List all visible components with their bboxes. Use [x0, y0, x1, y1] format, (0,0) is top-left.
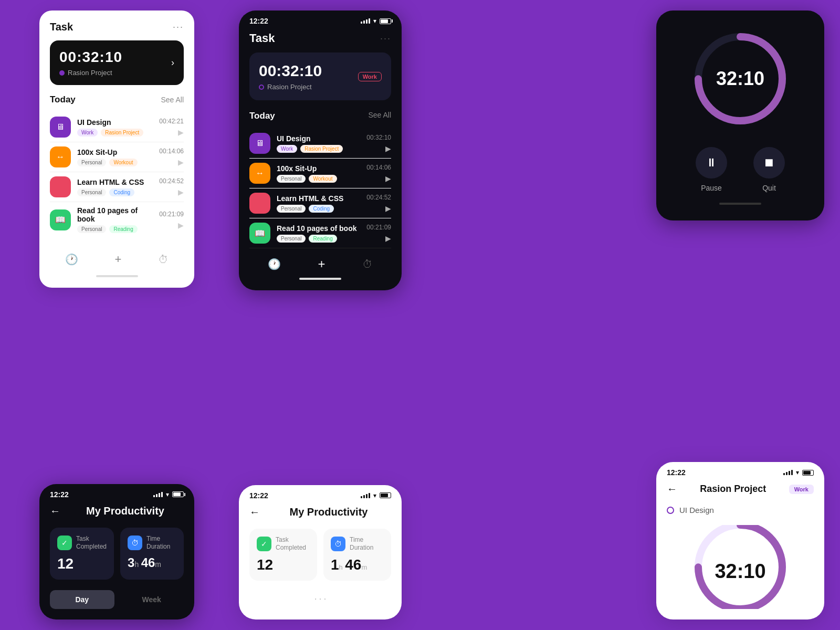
task-play-button[interactable]: ▶ — [159, 188, 184, 196]
panel5-time-hours: 1 — [331, 556, 339, 573]
panel6-wifi-icon: ▾ — [796, 469, 799, 476]
panel4-time-hours: 3 — [128, 555, 134, 570]
panel2-wifi-icon: ▾ — [373, 17, 376, 25]
panel1-menu-dots[interactable]: ··· — [173, 22, 184, 33]
task-tags: PersonalWorkout — [277, 175, 360, 183]
task-tag: Personal — [277, 205, 306, 213]
panel2-status-icons: ▾ — [361, 17, 391, 25]
task-time: 00:32:10 — [366, 134, 391, 141]
panel2-nav-clock-icon[interactable]: 🕐 — [268, 258, 281, 270]
panel4-day-button[interactable]: Day — [50, 590, 114, 609]
task-play-button[interactable]: ▶ — [159, 221, 184, 229]
task-tags: PersonalWorkout — [77, 159, 153, 166]
task-name: Read 10 pages of book — [77, 206, 153, 223]
task-time: 00:24:52 — [366, 194, 391, 201]
panel1-chevron-icon[interactable]: › — [171, 57, 174, 68]
panel2-see-all[interactable]: See All — [368, 111, 391, 121]
panel1-task-list: 🖥 UI Design WorkRasion Project 00:42:21 … — [50, 112, 184, 237]
task-name: Learn HTML & CSS — [77, 178, 153, 186]
panel4-status-bar: 12:22 ▾ — [39, 484, 194, 502]
panel6-task-circle-icon — [667, 507, 674, 514]
panel4-back-button[interactable]: ← — [50, 505, 60, 517]
task-info: Read 10 pages of book PersonalReading — [277, 224, 360, 243]
panel6-task-name: UI Design — [679, 506, 714, 514]
panel6-battery-fill — [803, 471, 811, 475]
panel6-back-button[interactable]: ← — [667, 483, 677, 495]
task-tags: WorkRasion Project — [277, 145, 360, 153]
panel2-timer-card[interactable]: 00:32:10 Rasion Project Work — [249, 52, 391, 100]
panel3-quit-button[interactable]: ⏹ — [753, 147, 785, 178]
task-tag: Coding — [109, 188, 134, 196]
panel3-quit-label: Quit — [762, 184, 776, 192]
panel4-week-button[interactable]: Week — [120, 590, 184, 609]
task-icon: 📖 — [50, 209, 71, 230]
task-icon: ↔ — [50, 146, 71, 167]
task-play-button[interactable]: ▶ — [159, 128, 184, 136]
task-time: 00:21:09 — [366, 224, 391, 231]
panel2-menu-dots[interactable]: ··· — [380, 33, 391, 44]
panel4-h-unit: h — [134, 560, 139, 569]
panel2-scroll-indicator — [299, 278, 341, 280]
panel-timer-dark: 32:10 ⏸ Pause ⏹ Quit — [656, 10, 824, 220]
panel4-status-time: 12:22 — [50, 490, 69, 499]
panel3-circle-container: 32:10 — [667, 32, 814, 126]
task-item: Learn HTML & CSS PersonalCoding 00:24:52… — [50, 172, 184, 202]
panel5-clock-icon: ⏱ — [331, 537, 345, 551]
panel2-bottom-nav: 🕐 + ⏱ — [249, 248, 391, 271]
task-item: 📖 Read 10 pages of book PersonalReading … — [249, 218, 391, 248]
task-play-button[interactable]: ▶ — [366, 144, 391, 153]
panel4-task-completed-value: 12 — [57, 555, 107, 572]
panel5-status-time: 12:22 — [249, 491, 268, 500]
panel-task-white: Task ··· 00:32:10 Rasion Project › Today… — [39, 10, 194, 288]
task-tag: Reading — [109, 225, 137, 233]
task-time: 00:14:06 — [159, 148, 184, 155]
panel2-battery-fill — [381, 19, 388, 23]
panel5-battery-icon — [380, 492, 391, 498]
task-name: Read 10 pages of book — [277, 224, 360, 233]
panel1-nav-history-icon[interactable]: ⏱ — [158, 254, 169, 266]
task-tag: Personal — [277, 175, 306, 183]
signal-bar-3 — [366, 19, 368, 24]
panel4-period-toggle: Day Week — [50, 590, 184, 609]
panel6-status-icons: ▾ — [783, 468, 814, 477]
task-item: 📖 Read 10 pages of book PersonalReading … — [50, 202, 184, 237]
panel3-circle-wrapper: 32:10 — [693, 32, 788, 126]
panel4-task-completed-card: ✓ Task Completed 12 — [50, 528, 114, 580]
task-play-button[interactable]: ▶ — [366, 174, 391, 183]
panel1-timer-display: 00:32:10 — [59, 49, 122, 66]
panel6-circle-container: 32:10 — [667, 525, 814, 609]
task-tag: Reading — [309, 235, 337, 243]
panel3-pause-button[interactable]: ⏸ — [696, 147, 727, 178]
panel4-m-unit: m — [155, 560, 161, 569]
task-tags: PersonalReading — [277, 235, 360, 243]
task-icon: 🖥 — [50, 117, 71, 138]
panel1-timer-card[interactable]: 00:32:10 Rasion Project › — [50, 40, 184, 85]
panel4-time-mins: 46 — [141, 555, 155, 570]
panel2-nav-add-icon[interactable]: + — [318, 257, 325, 271]
task-play-button[interactable]: ▶ — [366, 234, 391, 243]
panel1-today-label: Today — [50, 94, 76, 105]
task-tag: Work — [277, 145, 297, 153]
task-play-button[interactable]: ▶ — [159, 158, 184, 166]
panel3-pause-label: Pause — [701, 184, 722, 192]
panel4-time-duration-label: Time Duration — [146, 535, 170, 551]
panel4-battery-fill — [173, 492, 181, 496]
task-icon: ↔ — [249, 163, 270, 184]
task-info: Read 10 pages of book PersonalReading — [77, 206, 153, 233]
panel-project-white: 12:22 ▾ ← Rasion Project Work UI Design — [656, 462, 824, 620]
panel6-work-badge: Work — [789, 485, 814, 494]
task-tag: Coding — [309, 205, 334, 213]
panel1-nav-add-icon[interactable]: + — [109, 250, 128, 269]
task-play-button[interactable]: ▶ — [366, 204, 391, 213]
panel6-task-row: UI Design — [667, 506, 814, 514]
panel1-project-dot — [59, 70, 65, 76]
panel6-battery-icon — [802, 470, 814, 476]
panel1-see-all[interactable]: See All — [161, 96, 184, 104]
panel4-time-value: 3h 46m — [128, 555, 176, 570]
panel2-nav-history-icon[interactable]: ⏱ — [362, 258, 373, 270]
panel5-time-value: 1h 46m — [331, 556, 384, 573]
panel1-title: Task — [50, 21, 73, 33]
panel1-nav-clock-icon[interactable]: 🕐 — [65, 253, 78, 266]
panel2-signal-icon — [361, 18, 370, 24]
panel5-back-button[interactable]: ← — [249, 506, 260, 518]
